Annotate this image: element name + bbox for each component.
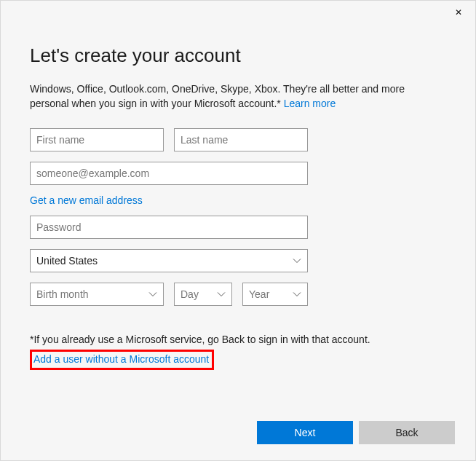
birth-month-select[interactable]: Birth month (30, 283, 164, 306)
alt-link-highlight: Add a user without a Microsoft account (30, 350, 214, 370)
first-name-field[interactable]: First name (30, 128, 164, 151)
birth-day-select[interactable]: Day (174, 283, 232, 306)
email-field[interactable]: someone@example.com (30, 162, 308, 185)
learn-more-link[interactable]: Learn more (284, 98, 336, 109)
birth-day-value: Day (181, 288, 199, 300)
button-bar: Next Back (257, 421, 455, 444)
email-row: someone@example.com (30, 162, 446, 185)
name-row: First name Last name (30, 128, 446, 151)
get-new-email-link[interactable]: Get a new email address (30, 194, 143, 206)
next-button[interactable]: Next (257, 421, 353, 444)
chevron-down-icon (148, 290, 157, 299)
chevron-down-icon (217, 290, 226, 299)
birth-year-select[interactable]: Year (242, 283, 308, 306)
back-button[interactable]: Back (359, 421, 455, 444)
intro-text: Windows, Office, Outlook.com, OneDrive, … (30, 82, 423, 111)
intro-body: Windows, Office, Outlook.com, OneDrive, … (30, 83, 405, 109)
country-row: United States (30, 249, 446, 272)
last-name-placeholder: Last name (181, 134, 228, 146)
add-user-without-ms-link[interactable]: Add a user without a Microsoft account (33, 353, 209, 365)
country-value: United States (36, 255, 98, 267)
content: Let's create your account Windows, Offic… (1, 24, 475, 370)
password-field[interactable]: Password (30, 216, 308, 239)
titlebar: ✕ (1, 1, 475, 24)
birthdate-row: Birth month Day Year (30, 283, 446, 306)
chevron-down-icon (293, 256, 301, 265)
next-button-label: Next (295, 427, 316, 438)
get-new-email-row: Get a new email address (30, 194, 446, 207)
footnote-text: *If you already use a Microsoft service,… (30, 334, 446, 345)
first-name-placeholder: First name (36, 134, 84, 146)
birth-month-value: Birth month (36, 288, 89, 300)
password-placeholder: Password (36, 221, 81, 233)
last-name-field[interactable]: Last name (174, 128, 308, 151)
country-select[interactable]: United States (30, 249, 308, 272)
chevron-down-icon (293, 290, 301, 299)
page-title: Let's create your account (30, 44, 446, 67)
close-icon: ✕ (455, 7, 462, 17)
email-placeholder: someone@example.com (36, 168, 149, 179)
password-row: Password (30, 216, 446, 239)
close-button[interactable]: ✕ (442, 1, 475, 24)
back-button-label: Back (395, 427, 418, 438)
dialog-window: ✕ Let's create your account Windows, Off… (0, 0, 476, 461)
birth-year-value: Year (249, 288, 269, 300)
